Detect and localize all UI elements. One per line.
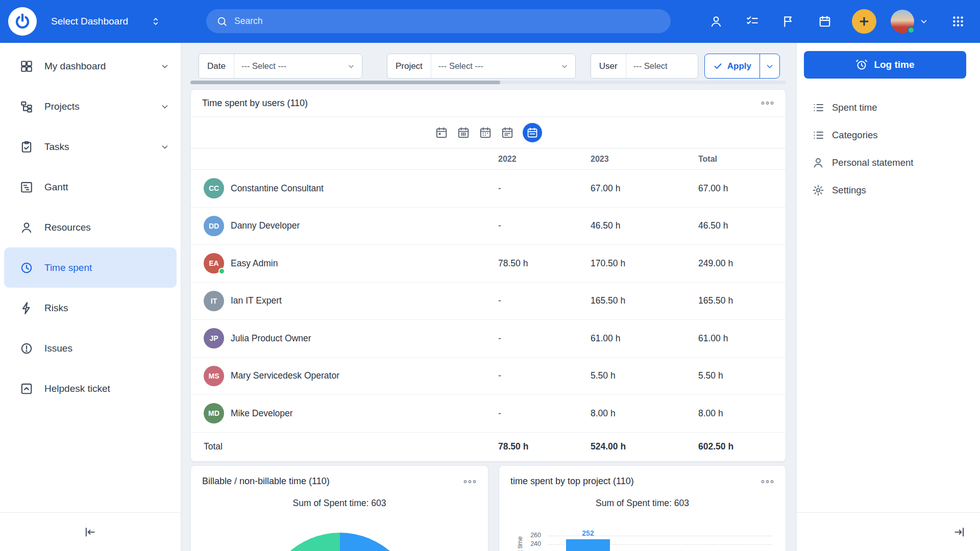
- user-name-link[interactable]: Mary Servicedesk Operator: [231, 370, 339, 381]
- apply-button[interactable]: Apply: [705, 54, 760, 78]
- add-new-button[interactable]: [852, 9, 876, 34]
- time-spent-by-users-card: Time spent by users (110) 2022 2023 Tota…: [190, 89, 786, 462]
- date-filter-value: --- Select ---: [241, 61, 286, 71]
- menu-item-spent-time[interactable]: Spent time: [797, 94, 980, 121]
- online-status-dot: [218, 268, 225, 274]
- cell-2022: -: [498, 333, 591, 344]
- sidebar-item-resources[interactable]: Resources: [4, 207, 177, 247]
- sidebar-item-helpdesk-ticket[interactable]: Helpdesk ticket: [4, 368, 177, 409]
- sidebar-item-tasks[interactable]: Tasks: [4, 127, 177, 167]
- dashboard-selector-label: Select Dashboard: [51, 16, 128, 27]
- tasks-icon: [20, 140, 33, 154]
- sidebar-item-projects[interactable]: Projects: [4, 86, 177, 127]
- sidebar-item-label: My dashboard: [44, 61, 106, 72]
- calendar-period-icon[interactable]: [501, 126, 514, 139]
- cell-total: 46.50 h: [698, 220, 786, 231]
- menu-item-personal-statement[interactable]: Personal statement: [797, 149, 980, 177]
- card-header: Time spent by users (110): [191, 90, 786, 117]
- gantt-icon: [20, 181, 33, 194]
- avatar: CC: [204, 178, 224, 198]
- table-row: DDDanny Developer - 46.50 h 46.50 h: [191, 208, 786, 245]
- alert-icon: [20, 342, 33, 355]
- sidebar-item-risks[interactable]: Risks: [4, 288, 177, 328]
- sidebar-item-time-spent[interactable]: Time spent: [4, 247, 177, 288]
- card-menu-button[interactable]: [761, 99, 774, 107]
- avatar-initials: EA: [209, 259, 218, 267]
- log-time-button[interactable]: Log time: [804, 51, 966, 79]
- dashboard-selector[interactable]: Select Dashboard: [51, 16, 161, 27]
- table-row: MSMary Servicedesk Operator - 5.50 h 5.5…: [191, 358, 786, 395]
- total-total: 602.50 h: [698, 441, 786, 452]
- pie-slice-right: [340, 533, 416, 551]
- log-time-label: Log time: [874, 59, 914, 70]
- cell-total: 67.00 h: [698, 183, 786, 194]
- calendar-365-icon[interactable]: [523, 123, 542, 142]
- card-title: Billable / non-billable time (110): [202, 476, 330, 487]
- calendar-month-icon[interactable]: [479, 126, 492, 139]
- apps-grid-icon[interactable]: [951, 15, 965, 28]
- sidebar-item-label: Time spent: [44, 262, 92, 273]
- project-filter-select[interactable]: --- Select ---: [431, 54, 575, 78]
- task-list-icon[interactable]: [746, 15, 759, 28]
- cell-2022: -: [498, 370, 591, 381]
- sidebar-item-my-dashboard[interactable]: My dashboard: [4, 46, 177, 86]
- sidebar-item-label: Resources: [44, 222, 91, 233]
- menu-item-categories[interactable]: Categories: [797, 121, 980, 149]
- project-filter-group: Project --- Select ---: [387, 54, 576, 79]
- user-name-link[interactable]: Constantine Consultant: [231, 183, 324, 194]
- user-name-link[interactable]: Mike Developer: [231, 408, 293, 419]
- avatar-chevron-down-icon[interactable]: [919, 17, 928, 26]
- main-content: Date --- Select --- Project --- Select -…: [181, 43, 796, 551]
- card-menu-button[interactable]: [761, 478, 774, 485]
- billable-pie-chart: [263, 533, 416, 551]
- sidebar-item-gantt[interactable]: Gantt: [4, 167, 177, 207]
- cell-2023: 61.00 h: [591, 333, 698, 344]
- scrollbar-thumb[interactable]: [190, 81, 500, 84]
- table-row: EAEasy Admin 78.50 h 170.50 h 249.00 h: [191, 245, 786, 283]
- calendar-icon[interactable]: [818, 15, 831, 28]
- collapse-sidebar-icon[interactable]: [84, 525, 97, 539]
- menu-item-settings[interactable]: Settings: [797, 177, 980, 204]
- search-input[interactable]: [234, 16, 660, 27]
- bar-top-project[interactable]: [566, 539, 610, 551]
- cell-total: 8.00 h: [698, 408, 786, 419]
- avatar: EA: [204, 253, 224, 273]
- cell-total: 249.00 h: [698, 258, 786, 269]
- billable-time-card: Billable / non-billable time (110) Sum o…: [190, 465, 488, 551]
- project-filter-value: --- Select ---: [438, 61, 483, 71]
- card-menu-button[interactable]: [463, 478, 477, 485]
- expand-panel-icon[interactable]: [952, 525, 966, 539]
- calendar-day-icon[interactable]: [435, 126, 448, 139]
- user-name-link[interactable]: Ian IT Expert: [231, 295, 282, 306]
- current-user-avatar[interactable]: [891, 10, 914, 33]
- alarm-clock-icon: [855, 59, 868, 71]
- cell-2023: 67.00 h: [591, 183, 698, 194]
- user-name-link[interactable]: Easy Admin: [231, 258, 278, 269]
- chevron-down-icon[interactable]: [160, 62, 169, 71]
- app-logo[interactable]: [8, 7, 37, 36]
- y-tick-240: 240: [524, 540, 541, 547]
- avatar: MD: [204, 403, 224, 423]
- cell-2023: 5.50 h: [591, 370, 698, 381]
- user-icon[interactable]: [709, 15, 723, 28]
- calendar-week-icon[interactable]: [457, 126, 470, 139]
- flag-icon[interactable]: [782, 15, 795, 28]
- cell-2023: 170.50 h: [591, 258, 698, 269]
- column-header-total: Total: [698, 155, 786, 164]
- date-filter-select[interactable]: --- Select ---: [234, 54, 362, 78]
- chevron-down-icon[interactable]: [160, 102, 169, 111]
- total-2022: 78.50 h: [498, 441, 591, 452]
- user-name-link[interactable]: Danny Developer: [231, 220, 300, 231]
- cell-total: 5.50 h: [698, 370, 786, 381]
- user-filter-label: User: [591, 54, 626, 78]
- user-filter-select[interactable]: --- Select: [626, 54, 698, 78]
- avatar-initials: CC: [209, 184, 219, 192]
- avatar: DD: [204, 216, 224, 236]
- sidebar-item-issues[interactable]: Issues: [4, 328, 177, 368]
- user-filter-group: User --- Select: [591, 54, 698, 79]
- user-name-link[interactable]: Julia Product Owner: [231, 333, 311, 344]
- topbar-actions: [687, 9, 965, 34]
- column-header-2022: 2022: [498, 155, 591, 164]
- apply-dropdown-button[interactable]: [760, 54, 779, 78]
- chevron-down-icon[interactable]: [160, 142, 169, 152]
